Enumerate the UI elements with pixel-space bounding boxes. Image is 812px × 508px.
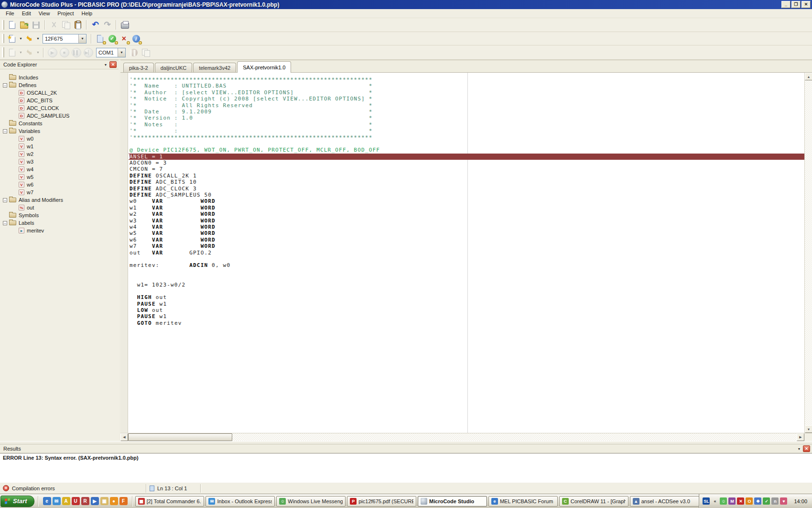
device-select[interactable]: 12F675 ▼ (43, 34, 87, 44)
tree-item-w6[interactable]: Vw6 (0, 181, 119, 188)
redo-button[interactable]: ↷ (101, 19, 113, 31)
code-line[interactable]: ADCON0 = 3 (129, 160, 804, 166)
tab-daljincukc[interactable]: daljincUKC (155, 63, 192, 72)
code-line[interactable]: DEFINE ADC_SAMPLEUS 50 (129, 192, 804, 198)
code-line[interactable]: PAUSE w1 (129, 313, 804, 320)
tree-item-out[interactable]: %out (0, 204, 119, 211)
code-editor[interactable]: '***************************************… (120, 73, 812, 433)
wizard-dropdown[interactable]: ▼ (18, 33, 23, 44)
task-button-pdf[interactable]: Ppic12f675.pdf (SECURED... (347, 496, 416, 507)
code-line[interactable] (129, 269, 804, 275)
icd-compile-dropdown[interactable]: ▼ (18, 47, 23, 58)
tree-item-w5[interactable]: Vw5 (0, 173, 119, 181)
code-line[interactable]: w4 VAR WORD (129, 224, 804, 230)
tray-messenger-contact-icon[interactable]: ☺ (720, 497, 727, 505)
print-button[interactable] (119, 19, 131, 31)
code-line[interactable]: HIGH out (129, 294, 804, 300)
code-line[interactable] (129, 275, 804, 281)
task-button-microcode[interactable]: MicroCode Studio (418, 496, 487, 507)
close-button[interactable]: ✕ (801, 1, 811, 8)
abort-button[interactable]: × (118, 33, 130, 44)
code-line[interactable]: '***************************************… (129, 134, 804, 141)
toolbar-grip[interactable] (2, 47, 4, 57)
task-button-ie-page[interactable]: eMEL PICBASIC Forum - P... (488, 496, 558, 507)
code-line[interactable]: '* : * (129, 128, 804, 134)
code-line[interactable]: DEFINE ADC_CLOCK 3 (129, 186, 804, 192)
code-line[interactable]: w7 VAR WORD (129, 243, 804, 249)
code-line[interactable]: '***************************************… (129, 77, 804, 83)
tray-antivirus-icon[interactable]: ✕ (737, 497, 744, 505)
quicklaunch-folder-shortcut-icon[interactable]: ▣ (100, 497, 108, 505)
tray-network-icon[interactable]: ❖ (754, 497, 761, 505)
toolbar-grip[interactable] (2, 34, 4, 43)
icd-program-dropdown[interactable]: ▼ (35, 47, 41, 58)
menu-file[interactable]: File (2, 10, 18, 17)
quicklaunch-ultraedit-icon[interactable]: U (72, 497, 80, 505)
code-line[interactable]: DEFINE ADC_BITS 10 (129, 179, 804, 185)
view-assembled-button[interactable]: i (130, 33, 142, 44)
code-line[interactable]: LOW out (129, 307, 804, 313)
maximize-button[interactable]: ❐ (791, 1, 801, 8)
tray-sl-badge-icon[interactable]: SL (703, 497, 710, 505)
task-button-corel[interactable]: CCorelDRAW 11 - [Graphic1] (559, 496, 628, 507)
code-line[interactable]: CMCON = 7 (129, 166, 804, 172)
task-button-total-commander[interactable]: ▦[2] Total Commander 6.0... (135, 496, 205, 507)
compile-program-button[interactable]: ✓ (106, 33, 118, 44)
scroll-down-button[interactable]: ▼ (805, 425, 812, 433)
task-button-messenger[interactable]: ☺Windows Live Messenger (276, 496, 346, 507)
tray-health-monitor-icon[interactable]: ♥ (780, 497, 787, 505)
code-explorer-dropdown-icon[interactable]: ▼ (102, 63, 109, 66)
tree-item-w4[interactable]: Vw4 (0, 166, 119, 173)
code-line[interactable]: meritev: ADCIN 0, w0 (129, 262, 804, 268)
tray-m-app-icon[interactable]: M (728, 497, 736, 505)
program-button[interactable]: ➥ (23, 33, 35, 44)
save-button[interactable] (30, 19, 42, 31)
tree-item-defines[interactable]: –Defines (0, 81, 119, 89)
tree-item-oscall-2k[interactable]: DOSCALL_2K (0, 89, 119, 97)
code-line[interactable]: @ Device PIC12F675, WDT_ON, PWRT_ON, PRO… (129, 147, 804, 153)
menu-help[interactable]: Help (78, 10, 97, 17)
cut-button[interactable] (48, 19, 60, 31)
tray-collapse-chevron-icon[interactable]: « (711, 497, 718, 505)
tree-item-variables[interactable]: –Variables (0, 127, 119, 135)
code-line[interactable]: '* Notes : * (129, 121, 804, 128)
undo-button[interactable]: ↶ (89, 19, 101, 31)
task-button-outlook-express[interactable]: ✉Inbox - Outlook Express (206, 496, 275, 507)
tree-expander-icon[interactable]: – (3, 198, 7, 202)
tree-expander-icon[interactable]: – (3, 83, 7, 88)
open-button[interactable]: ↷ (18, 19, 30, 31)
tray-office-agent-icon[interactable]: O (746, 497, 753, 505)
tab-pika-3-2[interactable]: pika-3-2 (123, 63, 154, 72)
code-line[interactable] (129, 288, 804, 294)
code-line[interactable]: w0 VAR WORD (129, 198, 804, 204)
tree-item-includes[interactable]: Includes (0, 74, 119, 81)
tree-item-adc-clock[interactable]: DADC_CLOCK (0, 104, 119, 112)
quicklaunch-media-player-icon[interactable]: ▶ (91, 497, 99, 505)
tree-item-meritev[interactable]: ▸meritev (0, 227, 119, 234)
tree-item-adc-bits[interactable]: DADC_BITS (0, 97, 119, 104)
quicklaunch-registry-tool-icon[interactable]: R (81, 497, 89, 505)
toolbar-grip[interactable] (2, 20, 4, 30)
code-line[interactable] (129, 256, 804, 262)
scroll-left-button[interactable]: ◀ (120, 433, 128, 441)
code-line[interactable]: w5 VAR WORD (129, 230, 804, 236)
icd-compile-button[interactable] (6, 47, 18, 58)
tree-item-symbols[interactable]: Symbols (0, 211, 119, 219)
tree-item-alias-and-modifiers[interactable]: –Alias and Modifiers (0, 196, 119, 204)
vertical-scrollbar[interactable]: ▲ ▼ (804, 73, 812, 433)
program-dropdown[interactable]: ▼ (35, 33, 41, 44)
paste-button[interactable] (72, 19, 84, 31)
tree-item-w0[interactable]: Vw0 (0, 135, 119, 143)
code-line[interactable]: w6 VAR WORD (129, 237, 804, 243)
hscroll-thumb[interactable] (128, 433, 232, 441)
copy-button[interactable] (60, 19, 72, 31)
serial-window-button[interactable] (140, 47, 152, 58)
new-button[interactable] (6, 19, 18, 31)
quicklaunch-outlook-express-icon[interactable]: ✉ (53, 497, 61, 505)
wizard-button[interactable]: ★ (6, 33, 18, 44)
tree-expander-icon[interactable]: – (3, 129, 7, 133)
code-line[interactable]: '* Date : 9.1.2009 * (129, 109, 804, 115)
tree-expander-icon[interactable]: – (3, 221, 7, 225)
tree-item-w3[interactable]: Vw3 (0, 158, 119, 166)
code-line[interactable]: DEFINE OSCALL_2K 1 (129, 173, 804, 179)
